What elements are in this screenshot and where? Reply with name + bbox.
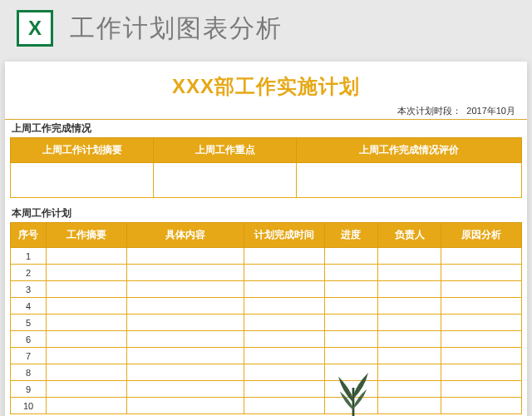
cell[interactable] (244, 314, 324, 331)
table-row[interactable]: 10 (11, 398, 522, 414)
cell[interactable] (441, 331, 521, 348)
cell[interactable] (47, 364, 127, 381)
cell[interactable] (378, 398, 441, 414)
col-header-focus[interactable]: 上周工作重点 (154, 138, 297, 163)
cell[interactable] (378, 281, 441, 298)
plan-period-row[interactable]: 本次计划时段： 2017年10月 (5, 105, 527, 120)
this-week-table[interactable]: 序号 工作摘要 具体内容 计划完成时间 进度 负责人 原因分析 12345678… (10, 222, 522, 414)
cell[interactable] (324, 348, 378, 364)
cell[interactable] (441, 364, 521, 381)
cell[interactable]: 10 (11, 398, 47, 414)
cell[interactable] (244, 331, 324, 348)
cell[interactable] (47, 331, 127, 348)
col-header-time[interactable]: 计划完成时间 (244, 223, 324, 248)
table-row[interactable]: 2 (11, 265, 522, 281)
cell[interactable] (47, 248, 127, 265)
cell[interactable] (47, 298, 127, 314)
cell[interactable] (244, 348, 324, 364)
cell[interactable] (324, 265, 378, 281)
cell[interactable]: 8 (11, 364, 47, 381)
cell[interactable] (441, 314, 521, 331)
table-row[interactable]: 1 (11, 248, 522, 265)
cell[interactable]: 5 (11, 314, 47, 331)
col-header-owner[interactable]: 负责人 (378, 223, 441, 248)
cell[interactable] (127, 248, 244, 265)
cell[interactable] (47, 265, 127, 281)
table-row[interactable]: 6 (11, 331, 522, 348)
cell[interactable] (244, 381, 324, 398)
cell[interactable]: 2 (11, 265, 47, 281)
cell[interactable] (244, 265, 324, 281)
cell[interactable] (378, 265, 441, 281)
cell[interactable] (441, 248, 521, 265)
cell[interactable] (324, 281, 378, 298)
cell[interactable]: 1 (11, 248, 47, 265)
col-header-eval[interactable]: 上周工作完成情况评价 (297, 138, 522, 163)
table-row[interactable]: 7 (11, 348, 522, 364)
last-week-table[interactable]: 上周工作计划摘要 上周工作重点 上周工作完成情况评价 (10, 137, 522, 198)
cell[interactable]: 7 (11, 348, 47, 364)
cell[interactable] (47, 281, 127, 298)
table-row[interactable]: 8 (11, 364, 522, 381)
cell[interactable] (378, 248, 441, 265)
cell[interactable] (154, 163, 297, 198)
cell[interactable] (244, 248, 324, 265)
cell[interactable] (441, 381, 521, 398)
cell[interactable] (324, 298, 378, 314)
cell[interactable] (127, 314, 244, 331)
cell[interactable] (47, 348, 127, 364)
cell[interactable] (441, 348, 521, 364)
cell[interactable] (47, 314, 127, 331)
cell[interactable] (378, 381, 441, 398)
cell[interactable] (324, 331, 378, 348)
cell[interactable] (127, 398, 244, 414)
cell[interactable] (324, 248, 378, 265)
cell[interactable] (324, 364, 378, 381)
col-header-detail[interactable]: 具体内容 (127, 223, 244, 248)
table-row[interactable]: 9 (11, 381, 522, 398)
cell[interactable] (244, 281, 324, 298)
cell[interactable] (127, 281, 244, 298)
spreadsheet[interactable]: XXX部工作实施计划 本次计划时段： 2017年10月 上周工作完成情况 上周工… (5, 62, 527, 414)
cell[interactable] (244, 398, 324, 414)
cell[interactable] (47, 381, 127, 398)
table-row[interactable]: 4 (11, 298, 522, 314)
cell[interactable] (297, 163, 522, 198)
col-header-summary[interactable]: 上周工作计划摘要 (11, 138, 154, 163)
col-header-progress[interactable]: 进度 (324, 223, 378, 248)
table-row[interactable]: 5 (11, 314, 522, 331)
cell[interactable] (127, 265, 244, 281)
cell[interactable] (244, 298, 324, 314)
cell[interactable]: 4 (11, 298, 47, 314)
cell[interactable] (378, 314, 441, 331)
cell[interactable]: 3 (11, 281, 47, 298)
table-row[interactable]: 3 (11, 281, 522, 298)
cell[interactable]: 6 (11, 331, 47, 348)
lower-section-label[interactable]: 本周工作计划 (5, 205, 527, 222)
upper-section-label[interactable]: 上周工作完成情况 (5, 120, 527, 137)
cell[interactable] (441, 281, 521, 298)
cell[interactable] (378, 331, 441, 348)
cell[interactable] (127, 348, 244, 364)
cell[interactable] (244, 364, 324, 381)
cell[interactable] (324, 398, 378, 414)
cell[interactable] (127, 331, 244, 348)
cell[interactable] (47, 398, 127, 414)
cell[interactable] (11, 163, 154, 198)
cell[interactable] (127, 381, 244, 398)
col-header-summary[interactable]: 工作摘要 (47, 223, 127, 248)
cell[interactable] (127, 298, 244, 314)
table-row[interactable] (11, 163, 522, 198)
cell[interactable]: 9 (11, 381, 47, 398)
cell[interactable] (441, 298, 521, 314)
cell[interactable] (441, 398, 521, 414)
col-header-reason[interactable]: 原因分析 (441, 223, 521, 248)
cell[interactable] (378, 298, 441, 314)
cell[interactable] (378, 348, 441, 364)
cell[interactable] (441, 265, 521, 281)
cell[interactable] (324, 314, 378, 331)
cell[interactable] (378, 364, 441, 381)
sheet-main-title[interactable]: XXX部工作实施计划 (5, 67, 527, 105)
cell[interactable] (324, 381, 378, 398)
cell[interactable] (127, 364, 244, 381)
